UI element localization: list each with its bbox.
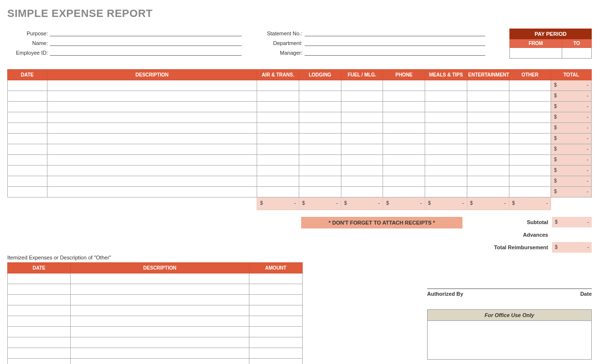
expense-cell[interactable] <box>341 80 383 91</box>
itemized-cell[interactable] <box>71 305 249 316</box>
office-use-body[interactable] <box>427 321 592 360</box>
expense-cell[interactable] <box>425 112 467 123</box>
expense-cell[interactable] <box>47 112 257 123</box>
expense-cell[interactable] <box>467 155 509 166</box>
itemized-cell[interactable] <box>249 348 303 359</box>
expense-cell[interactable] <box>47 176 257 187</box>
expense-cell[interactable] <box>467 123 509 134</box>
itemized-cell[interactable] <box>249 284 303 295</box>
input-statement-no[interactable] <box>305 29 486 36</box>
input-manager[interactable] <box>305 48 486 56</box>
expense-cell[interactable] <box>467 112 509 123</box>
expense-cell[interactable] <box>467 91 509 102</box>
expense-cell[interactable] <box>341 166 383 176</box>
expense-cell[interactable] <box>47 166 257 176</box>
expense-cell[interactable] <box>257 91 299 102</box>
input-employee-id[interactable] <box>50 48 242 56</box>
itemized-cell[interactable] <box>8 305 71 316</box>
itemized-cell[interactable] <box>71 337 249 348</box>
expense-cell[interactable] <box>509 91 551 102</box>
itemized-cell[interactable] <box>249 295 303 305</box>
expense-cell[interactable] <box>383 134 425 144</box>
itemized-cell[interactable] <box>8 348 71 359</box>
expense-cell[interactable] <box>8 144 47 155</box>
expense-cell[interactable] <box>299 123 341 134</box>
expense-cell[interactable] <box>425 187 467 197</box>
expense-cell[interactable] <box>299 80 341 91</box>
expense-cell[interactable] <box>467 187 509 197</box>
expense-cell[interactable] <box>341 187 383 197</box>
expense-cell[interactable] <box>299 112 341 123</box>
expense-cell[interactable] <box>47 123 257 134</box>
expense-cell[interactable] <box>341 123 383 134</box>
expense-cell[interactable] <box>467 102 509 112</box>
expense-cell[interactable] <box>509 102 551 112</box>
expense-cell[interactable] <box>509 123 551 134</box>
expense-cell[interactable] <box>509 112 551 123</box>
expense-cell[interactable] <box>383 112 425 123</box>
expense-cell[interactable] <box>467 166 509 176</box>
expense-cell[interactable] <box>8 102 47 112</box>
expense-cell[interactable] <box>383 176 425 187</box>
expense-cell[interactable] <box>299 91 341 102</box>
itemized-cell[interactable] <box>8 284 71 295</box>
itemized-cell[interactable] <box>71 284 249 295</box>
expense-cell[interactable] <box>425 91 467 102</box>
input-department[interactable] <box>305 38 486 46</box>
itemized-cell[interactable] <box>71 359 249 364</box>
expense-cell[interactable] <box>8 166 47 176</box>
itemized-cell[interactable] <box>71 348 249 359</box>
itemized-cell[interactable] <box>8 273 71 284</box>
expense-cell[interactable] <box>257 155 299 166</box>
expense-cell[interactable] <box>467 144 509 155</box>
itemized-cell[interactable] <box>71 273 249 284</box>
expense-cell[interactable] <box>383 123 425 134</box>
expense-cell[interactable] <box>8 187 47 197</box>
expense-cell[interactable] <box>467 80 509 91</box>
input-name[interactable] <box>50 38 242 46</box>
expense-cell[interactable] <box>299 144 341 155</box>
expense-cell[interactable] <box>47 187 257 197</box>
itemized-cell[interactable] <box>8 337 71 348</box>
itemized-cell[interactable] <box>71 295 249 305</box>
expense-cell[interactable] <box>299 187 341 197</box>
expense-cell[interactable] <box>341 102 383 112</box>
expense-cell[interactable] <box>383 91 425 102</box>
expense-cell[interactable] <box>299 155 341 166</box>
expense-cell[interactable] <box>299 176 341 187</box>
expense-cell[interactable] <box>257 144 299 155</box>
expense-cell[interactable] <box>425 176 467 187</box>
expense-cell[interactable] <box>509 166 551 176</box>
pay-period-to-cell[interactable] <box>562 48 591 59</box>
expense-cell[interactable] <box>257 187 299 197</box>
expense-cell[interactable] <box>8 155 47 166</box>
expense-cell[interactable] <box>341 176 383 187</box>
expense-cell[interactable] <box>257 80 299 91</box>
expense-cell[interactable] <box>299 134 341 144</box>
itemized-cell[interactable] <box>8 327 71 337</box>
expense-cell[interactable] <box>509 155 551 166</box>
itemized-cell[interactable] <box>71 327 249 337</box>
expense-cell[interactable] <box>341 112 383 123</box>
expense-cell[interactable] <box>425 123 467 134</box>
expense-cell[interactable] <box>383 155 425 166</box>
expense-cell[interactable] <box>383 144 425 155</box>
itemized-cell[interactable] <box>8 295 71 305</box>
expense-cell[interactable] <box>509 80 551 91</box>
expense-cell[interactable] <box>425 102 467 112</box>
expense-cell[interactable] <box>47 80 257 91</box>
expense-cell[interactable] <box>299 166 341 176</box>
itemized-cell[interactable] <box>249 327 303 337</box>
expense-cell[interactable] <box>8 134 47 144</box>
expense-cell[interactable] <box>299 102 341 112</box>
itemized-cell[interactable] <box>71 316 249 327</box>
expense-cell[interactable] <box>425 80 467 91</box>
value-advances[interactable] <box>552 229 592 240</box>
expense-cell[interactable] <box>8 80 47 91</box>
expense-cell[interactable] <box>257 102 299 112</box>
expense-cell[interactable] <box>8 123 47 134</box>
expense-cell[interactable] <box>47 144 257 155</box>
itemized-cell[interactable] <box>8 316 71 327</box>
expense-cell[interactable] <box>425 155 467 166</box>
expense-cell[interactable] <box>383 166 425 176</box>
